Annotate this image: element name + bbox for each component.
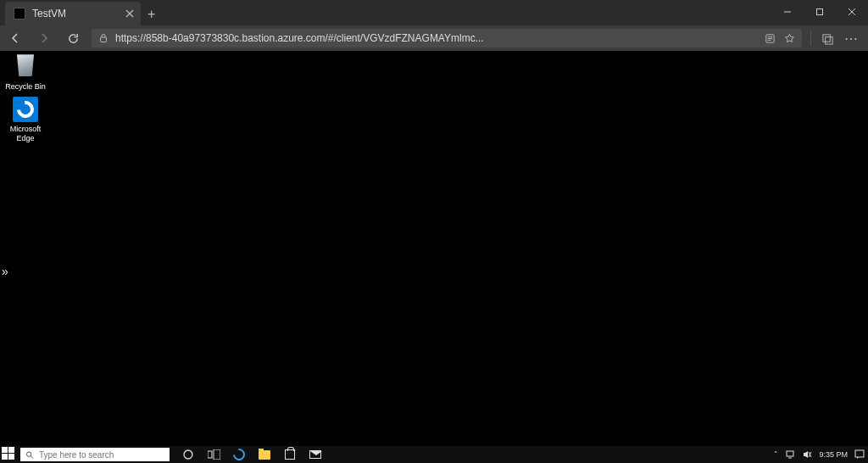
reader-icon[interactable] bbox=[765, 33, 776, 44]
window-controls bbox=[771, 0, 868, 24]
task-view-icon[interactable] bbox=[207, 448, 220, 461]
system-tray: ˄ 9:35 PM bbox=[774, 449, 868, 460]
taskbar-edge-icon[interactable] bbox=[232, 448, 246, 461]
browser-titlebar: TestVM + bbox=[0, 0, 868, 25]
microsoft-store-icon[interactable] bbox=[283, 448, 297, 461]
close-window-button[interactable] bbox=[836, 0, 868, 24]
lock-icon bbox=[98, 33, 108, 43]
remote-taskbar: ˄ 9:35 PM bbox=[0, 446, 868, 463]
back-button[interactable] bbox=[5, 28, 25, 48]
svg-rect-7 bbox=[823, 34, 830, 41]
bastion-panel-handle[interactable]: » bbox=[0, 263, 10, 280]
start-button[interactable] bbox=[2, 447, 17, 462]
remote-desktop[interactable]: Recycle Bin Microsoft Edge » bbox=[0, 51, 868, 463]
svg-point-9 bbox=[26, 451, 31, 455]
taskbar-pinned bbox=[181, 448, 322, 461]
tray-chevron-icon[interactable]: ˄ bbox=[774, 450, 778, 459]
forward-button[interactable] bbox=[34, 28, 54, 48]
cortana-icon[interactable] bbox=[181, 448, 195, 461]
svg-rect-18 bbox=[855, 450, 864, 457]
edge-icon bbox=[13, 97, 38, 122]
browser-tab[interactable]: TestVM bbox=[5, 2, 141, 25]
svg-rect-1 bbox=[817, 9, 823, 15]
network-icon[interactable] bbox=[785, 449, 795, 460]
maximize-button[interactable] bbox=[804, 0, 836, 24]
new-tab-button[interactable]: + bbox=[141, 3, 162, 25]
desktop-icon-recycle-bin[interactable]: Recycle Bin bbox=[3, 54, 47, 92]
taskbar-search-input[interactable] bbox=[39, 450, 164, 460]
address-bar[interactable]: https://858b-40a97373830c.bastion.azure.… bbox=[92, 29, 802, 47]
toolbar-divider bbox=[810, 31, 811, 46]
svg-rect-2 bbox=[101, 37, 107, 42]
desktop-icon-label: Microsoft Edge bbox=[3, 125, 47, 143]
svg-rect-13 bbox=[214, 449, 220, 460]
recycle-bin-icon bbox=[13, 54, 38, 80]
file-explorer-icon[interactable] bbox=[258, 448, 271, 461]
favorite-icon[interactable] bbox=[784, 33, 795, 44]
more-icon[interactable]: ⋯ bbox=[844, 31, 860, 47]
taskbar-clock[interactable]: 9:35 PM bbox=[819, 451, 848, 459]
close-tab-icon[interactable] bbox=[125, 9, 134, 18]
taskbar-search[interactable] bbox=[20, 448, 170, 461]
collections-icon[interactable] bbox=[821, 32, 834, 45]
mail-icon[interactable] bbox=[309, 448, 322, 461]
desktop-icon-microsoft-edge[interactable]: Microsoft Edge bbox=[3, 97, 47, 143]
address-bar-actions bbox=[765, 33, 795, 44]
svg-point-11 bbox=[184, 450, 192, 459]
svg-line-10 bbox=[31, 455, 33, 458]
svg-rect-8 bbox=[826, 36, 832, 43]
search-icon bbox=[25, 450, 34, 460]
desktop-icon-label: Recycle Bin bbox=[3, 82, 47, 92]
svg-rect-12 bbox=[208, 451, 212, 458]
action-center-icon[interactable] bbox=[854, 449, 865, 460]
url-text: https://858b-40a97373830c.bastion.azure.… bbox=[115, 32, 758, 44]
minimize-button[interactable] bbox=[771, 0, 804, 24]
tab-favicon bbox=[14, 8, 25, 20]
tab-title: TestVM bbox=[32, 8, 119, 20]
svg-rect-14 bbox=[787, 451, 793, 456]
browser-toolbar: https://858b-40a97373830c.bastion.azure.… bbox=[0, 25, 868, 51]
refresh-button[interactable] bbox=[63, 28, 83, 48]
volume-icon[interactable] bbox=[802, 449, 812, 460]
